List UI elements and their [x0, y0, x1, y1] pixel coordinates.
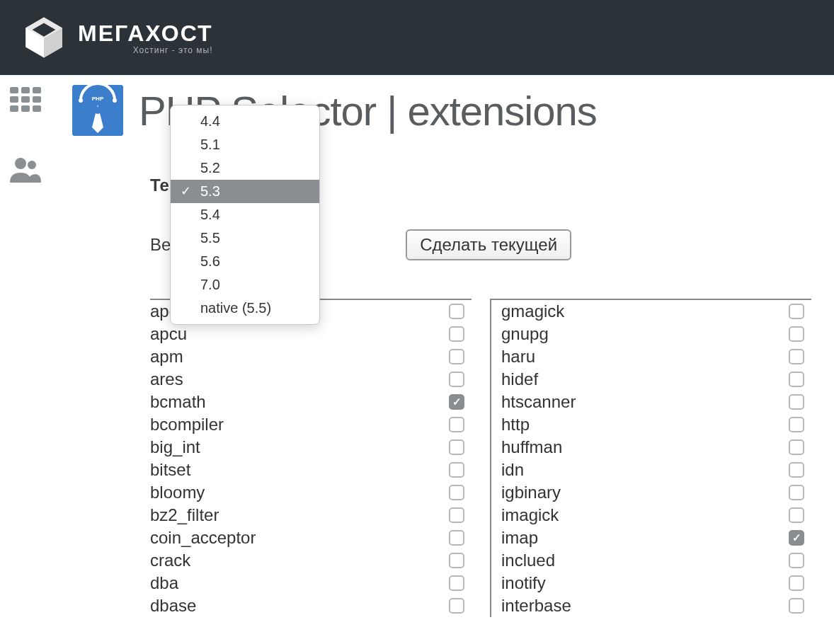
extension-checkbox-inclued[interactable] — [789, 553, 804, 568]
extension-row: bz2_filter — [150, 504, 472, 527]
extension-checkbox-bloomy[interactable] — [449, 485, 464, 500]
extensions-column-2: gmagickgnupgharuhidefhtscannerhttphuffma… — [490, 299, 811, 617]
extension-name: dba — [150, 573, 178, 593]
extension-name: hidef — [501, 369, 538, 389]
extension-row: idn — [491, 459, 811, 481]
version-option-52[interactable]: 5.2 — [171, 156, 319, 180]
version-option-native55[interactable]: native (5.5) — [171, 297, 319, 320]
version-option-44[interactable]: 4.4 — [171, 110, 319, 133]
svg-point-8 — [113, 98, 117, 103]
extension-name: coin_acceptor — [150, 528, 256, 548]
brand-logo: МЕГАХОСТ Хостинг - это мы! — [20, 13, 213, 62]
version-option-53[interactable]: 5.3 — [171, 180, 319, 203]
extension-name: imagick — [501, 505, 559, 525]
extension-name: http — [501, 415, 530, 435]
extension-name: interbase — [501, 596, 571, 616]
extension-name: dbase — [150, 596, 196, 616]
version-option-70[interactable]: 7.0 — [171, 273, 319, 297]
extension-row: crack — [150, 549, 472, 572]
extension-checkbox-inotify[interactable] — [789, 575, 804, 591]
extension-checkbox-idn[interactable] — [789, 462, 804, 478]
extension-checkbox-apm[interactable] — [449, 349, 464, 364]
extension-name: apm — [150, 347, 183, 367]
extension-name: bcompiler — [150, 415, 224, 435]
extension-name: inotify — [501, 573, 546, 593]
extension-checkbox-gnupg[interactable] — [789, 326, 804, 342]
brand-tagline: Хостинг - это мы! — [78, 45, 213, 55]
extension-checkbox-apcu[interactable] — [449, 326, 464, 342]
extension-row: bloomy — [150, 481, 472, 504]
extension-checkbox-imap[interactable] — [789, 530, 804, 546]
version-option-51[interactable]: 5.1 — [171, 133, 319, 156]
users-button[interactable] — [7, 156, 44, 184]
extensions-column-1: apcapcuapmaresbcmathbcompilerbig_intbits… — [150, 299, 472, 617]
grid-icon — [10, 87, 41, 112]
extension-checkbox-bitset[interactable] — [449, 462, 464, 478]
extension-checkbox-bcmath[interactable] — [449, 394, 464, 410]
extension-checkbox-gmagick[interactable] — [789, 304, 804, 319]
extension-name: gmagick — [501, 301, 564, 321]
extension-row: bcmath — [150, 391, 472, 413]
extension-row: bitset — [150, 459, 472, 481]
users-icon — [8, 156, 42, 184]
extension-name: big_int — [150, 437, 200, 457]
extension-checkbox-ares[interactable] — [449, 372, 464, 387]
extension-checkbox-imagick[interactable] — [789, 507, 804, 523]
extension-checkbox-haru[interactable] — [789, 349, 804, 364]
extension-checkbox-hidef[interactable] — [789, 372, 804, 387]
extension-checkbox-apc[interactable] — [449, 304, 464, 319]
extension-checkbox-dba[interactable] — [449, 575, 464, 591]
extension-name: apcu — [150, 324, 187, 344]
version-option-56[interactable]: 5.6 — [171, 250, 319, 273]
extension-checkbox-dbase[interactable] — [449, 598, 464, 614]
extension-row: apm — [150, 345, 472, 368]
extension-row: imagick — [491, 504, 811, 527]
apps-grid-button[interactable] — [7, 85, 44, 113]
extension-name: gnupg — [501, 324, 549, 344]
extension-row: igbinary — [491, 481, 811, 504]
extension-row: gnupg — [491, 323, 811, 345]
version-option-55[interactable]: 5.5 — [171, 226, 319, 250]
extension-row: dbase — [150, 594, 472, 617]
version-dropdown[interactable]: 4.45.15.25.35.45.55.67.0native (5.5) — [170, 105, 320, 325]
extension-name: imap — [501, 528, 538, 548]
extension-row: ares — [150, 368, 472, 391]
extension-checkbox-coin_acceptor[interactable] — [449, 530, 464, 546]
extension-checkbox-htscanner[interactable] — [789, 394, 804, 410]
extension-checkbox-huffman[interactable] — [789, 439, 804, 455]
svg-point-5 — [28, 161, 36, 169]
extension-checkbox-bcompiler[interactable] — [449, 417, 464, 432]
sidebar — [0, 75, 51, 617]
make-current-button[interactable]: Сделать текущей — [406, 229, 571, 260]
extension-name: bloomy — [150, 483, 205, 502]
svg-point-7 — [79, 98, 83, 103]
svg-point-4 — [15, 158, 26, 169]
svg-point-10 — [94, 107, 101, 114]
extension-row: dba — [150, 572, 472, 594]
extension-checkbox-bz2_filter[interactable] — [449, 507, 464, 523]
extension-row: apcu — [150, 323, 472, 345]
extension-row: gmagick — [491, 300, 811, 323]
extension-row: inotify — [491, 572, 811, 594]
version-option-54[interactable]: 5.4 — [171, 203, 319, 226]
extension-row: imap — [491, 527, 811, 549]
extension-row: haru — [491, 345, 811, 368]
hexagon-logo-icon — [20, 13, 68, 62]
extension-row: htscanner — [491, 391, 811, 413]
extension-checkbox-http[interactable] — [789, 417, 804, 432]
extension-row: inclued — [491, 549, 811, 572]
extension-name: bcmath — [150, 392, 206, 412]
extension-checkbox-igbinary[interactable] — [789, 485, 804, 500]
content-area: PHP PHP Selector | extensions Текущая ве… — [51, 75, 834, 617]
extension-row: interbase — [491, 594, 811, 617]
extension-row: bcompiler — [150, 413, 472, 436]
extension-name: ares — [150, 369, 183, 389]
extension-name: htscanner — [501, 392, 576, 412]
extension-name: bz2_filter — [150, 505, 219, 525]
extension-checkbox-crack[interactable] — [449, 553, 464, 568]
extension-name: inclued — [501, 551, 555, 570]
extension-checkbox-big_int[interactable] — [449, 439, 464, 455]
php-selector-icon: PHP — [72, 85, 123, 136]
extension-checkbox-interbase[interactable] — [789, 598, 804, 614]
extension-name: igbinary — [501, 483, 561, 502]
